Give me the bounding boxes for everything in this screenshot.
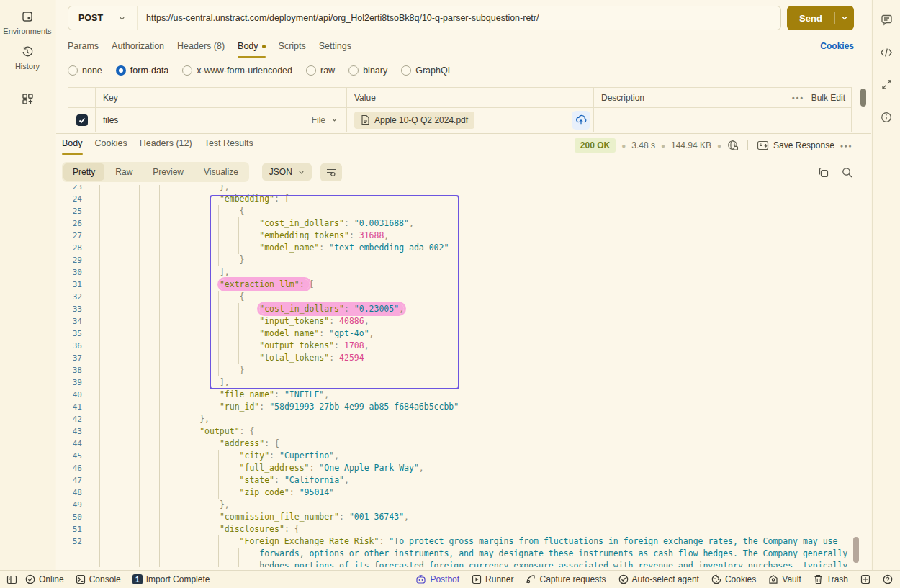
body-mode-GraphQL[interactable]: GraphQL [401, 65, 452, 76]
code-snippet-icon[interactable] [880, 48, 893, 58]
trash[interactable]: Trash [814, 574, 848, 584]
code-line: 40 "file_name": "INFILE", [56, 389, 871, 401]
comment-icon[interactable] [881, 14, 893, 26]
send-options-button[interactable] [835, 14, 854, 22]
line-number: 49 [56, 499, 82, 511]
status-online[interactable]: Online [25, 574, 64, 584]
token: "Cupertino" [279, 451, 334, 461]
tab-label: Params [68, 41, 99, 51]
body-mode-binary[interactable]: binary [348, 65, 387, 76]
response-tab-headers-12-[interactable]: Headers (12) [140, 138, 192, 155]
code-line: 36 "output_tokens": 1708, [56, 340, 871, 352]
check-circle-icon [25, 574, 35, 584]
add-blocks-icon [22, 93, 34, 105]
token: "0.23005" [354, 304, 399, 314]
code-line: 42 }, [56, 413, 871, 425]
expand-icon[interactable] [881, 79, 892, 90]
send-button[interactable]: Send [787, 6, 854, 30]
import-complete[interactable]: 1Import Complete [132, 574, 210, 584]
response-tab-body[interactable]: Body [62, 138, 83, 155]
body-mode-raw[interactable]: raw [306, 65, 335, 76]
indent-guides [80, 413, 199, 425]
footer-label: Cookies [725, 574, 756, 584]
network-globe-icon[interactable] [727, 140, 739, 151]
body-mode-x-www-form-urlencoded[interactable]: x-www-form-urlencoded [182, 65, 292, 76]
tab-authorization[interactable]: Authorization [112, 41, 164, 58]
response-tab-cookies[interactable]: Cookies [95, 138, 127, 155]
console-toggle[interactable]: Console [76, 574, 121, 584]
indent-guides [80, 438, 220, 450]
sidebar-item-history[interactable]: History [0, 45, 55, 71]
response-scrollbar-thumb[interactable] [853, 537, 859, 563]
code-line: 25 { [56, 205, 871, 217]
cookies[interactable]: Cookies [711, 574, 756, 584]
token: "address" [220, 438, 264, 448]
row-checkbox[interactable] [76, 114, 88, 126]
response-tab-test-results[interactable]: Test Results [204, 138, 253, 155]
response-more-options-icon[interactable]: ●●● [840, 143, 852, 148]
vault[interactable]: Vault [768, 574, 801, 584]
view-visualize[interactable]: Visualize [194, 163, 248, 181]
search-icon[interactable] [842, 167, 852, 178]
line-text: { [80, 205, 245, 217]
token: "INFILE" [284, 389, 324, 399]
line-number: 36 [56, 340, 82, 352]
token: "95014" [300, 487, 334, 497]
upload-button[interactable] [572, 111, 590, 130]
line-text: ], [80, 376, 230, 389]
line-text: "output": { [80, 425, 254, 438]
line-text: } [80, 364, 245, 376]
line-number: 40 [56, 389, 82, 401]
help-icon[interactable] [883, 574, 893, 584]
token: , [399, 304, 404, 314]
meta-dot: ● [621, 142, 626, 150]
tab-scripts[interactable]: Scripts [279, 41, 306, 58]
tab-headers-8-[interactable]: Headers (8) [177, 41, 225, 58]
status-badge[interactable]: 200 OK [575, 138, 616, 153]
new-workspace-button[interactable] [0, 93, 55, 105]
response-body-viewer[interactable]: 23 },24 "embedding": [25 {26 "cost_in_do… [56, 185, 871, 567]
key-cell[interactable]: files [103, 115, 118, 125]
request-scrollbar-thumb[interactable] [860, 89, 866, 107]
copy-icon[interactable] [818, 167, 829, 178]
response-meta: 200 OK ● 3.48 s ● 144.94 KB ● Save Respo… [575, 138, 852, 153]
view-raw[interactable]: Raw [106, 163, 142, 181]
windows-icon[interactable] [860, 574, 870, 584]
runner[interactable]: Runner [472, 574, 513, 584]
response-tabs: BodyCookiesHeaders (12)Test Results [62, 138, 253, 155]
bulk-edit-button[interactable]: Bulk Edit [811, 93, 845, 103]
token: "model_name" [259, 328, 319, 338]
tab-settings[interactable]: Settings [319, 41, 351, 58]
wrap-lines-button[interactable] [320, 163, 342, 181]
tab-params[interactable]: Params [68, 41, 99, 58]
save-response-button[interactable]: Save Response [757, 140, 834, 150]
token: }, [199, 414, 210, 424]
line-text: "cost_in_dollars": "0.23005", [80, 303, 404, 315]
info-icon[interactable] [881, 112, 892, 123]
token: } [240, 365, 245, 375]
method-select[interactable]: POST [68, 6, 138, 30]
line-text: "city": "Cupertino", [80, 450, 339, 462]
token: "embedding_tokens" [259, 230, 349, 240]
body-mode-form-data[interactable]: form-data [116, 65, 169, 76]
auto-select-agent[interactable]: Auto-select agent [618, 574, 699, 584]
sidebar-item-environments[interactable]: Environments [0, 10, 55, 35]
capture-requests[interactable]: Capture requests [526, 574, 606, 584]
type-dropdown[interactable]: File [312, 115, 346, 125]
token: 31688 [359, 230, 384, 240]
token: , [344, 475, 349, 485]
body-mode-none[interactable]: none [68, 65, 102, 76]
url-input[interactable]: https://us-central.unstract.com/deployme… [138, 13, 539, 23]
more-options-icon[interactable]: ●●● [791, 95, 804, 100]
tab-body[interactable]: Body [238, 41, 266, 58]
sidebar-toggle-icon[interactable] [6, 575, 17, 584]
view-preview[interactable]: Preview [143, 163, 193, 181]
postbot[interactable]: Postbot [415, 574, 459, 584]
view-pretty[interactable]: Pretty [63, 163, 104, 181]
description-cell[interactable] [593, 108, 783, 132]
cookies-link[interactable]: Cookies [820, 41, 854, 51]
line-number: 48 [56, 487, 82, 499]
history-icon [21, 45, 34, 58]
format-dropdown[interactable]: JSON [262, 163, 312, 181]
file-chip[interactable]: Apple 10-Q Q2 2024.pdf [354, 112, 474, 129]
